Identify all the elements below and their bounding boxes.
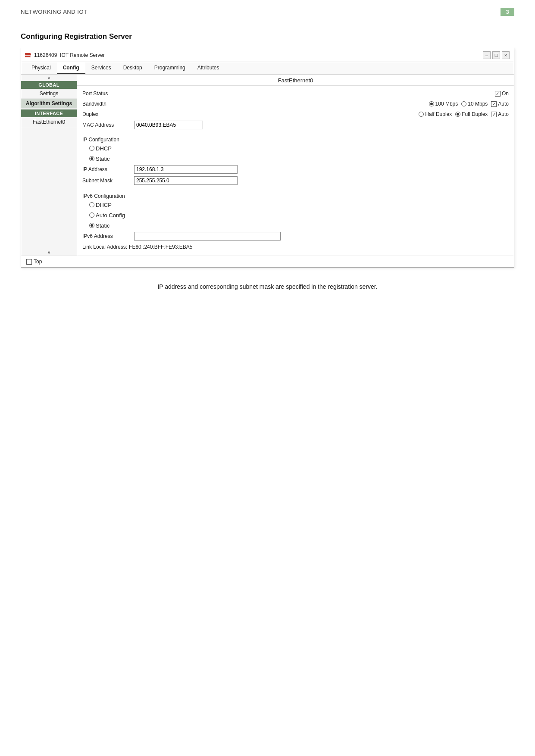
ip-address-label: IP Address	[82, 166, 134, 172]
window-body: ∧ GLOBAL Settings Algorithm Settings INT…	[21, 75, 514, 256]
ip-static-option[interactable]: Static	[89, 156, 110, 162]
port-status-check-label: On	[502, 91, 509, 97]
mac-address-label: MAC Address	[82, 122, 134, 128]
footer-top-checkbox-wrapper[interactable]: Top	[26, 259, 42, 265]
sidebar-scroll-down[interactable]: ∨	[21, 249, 77, 256]
bandwidth-auto-checkbox[interactable]: ✓	[491, 101, 497, 107]
link-local-label: Link Local Address:	[82, 244, 127, 250]
ipv6-dhcp-option[interactable]: DHCP	[89, 202, 112, 208]
ip-dhcp-radio[interactable]	[89, 146, 94, 151]
tab-physical[interactable]: Physical	[25, 62, 57, 74]
bandwidth-100-label: 100 Mbps	[435, 101, 458, 107]
tab-config[interactable]: Config	[57, 62, 85, 74]
sidebar-item-fastethernet0[interactable]: FastEthernet0	[21, 117, 77, 127]
bandwidth-auto-label: Auto	[498, 101, 509, 107]
interface-header: FastEthernet0	[77, 75, 514, 86]
duplex-right: Half Duplex Full Duplex ✓ Auto	[419, 111, 509, 117]
duplex-label: Duplex	[82, 111, 134, 117]
ip-address-input[interactable]	[134, 165, 238, 174]
duplex-half-label: Half Duplex	[425, 111, 452, 117]
svg-point-3	[30, 56, 31, 57]
bandwidth-auto-wrapper[interactable]: ✓ Auto	[491, 101, 509, 107]
ip-config-label: IP Configuration	[82, 136, 509, 143]
link-local-row: Link Local Address: FE80::240:BFF:FE93:E…	[82, 242, 509, 252]
ipv6-address-input[interactable]	[134, 232, 281, 241]
title-bar-text: 11626409_IOT Remote Server	[34, 52, 105, 58]
ipv6-dhcp-row: DHCP	[82, 200, 509, 210]
tab-bar: Physical Config Services Desktop Program…	[21, 62, 514, 75]
window-footer: Top	[21, 256, 514, 267]
ipv6-auto-row: Auto Config	[82, 210, 509, 220]
bandwidth-row: Bandwidth 100 Mbps 10 Mbps	[82, 99, 509, 109]
footer-top-label: Top	[34, 259, 42, 265]
sidebar-item-algorithm-settings[interactable]: Algorithm Settings	[21, 99, 77, 109]
duplex-full-radio[interactable]	[455, 112, 460, 117]
duplex-full-label: Full Duplex	[462, 111, 488, 117]
ip-static-label: Static	[96, 156, 110, 162]
port-status-label: Port Status	[82, 91, 134, 97]
ipv6-auto-option[interactable]: Auto Config	[89, 212, 125, 219]
tab-attributes[interactable]: Attributes	[191, 62, 225, 74]
subnet-mask-row: Subnet Mask	[82, 175, 509, 186]
port-status-checkbox-wrapper[interactable]: ✓ On	[495, 91, 509, 97]
ipv6-address-label: IPv6 Address	[82, 233, 134, 239]
bandwidth-10-label: 10 Mbps	[468, 101, 488, 107]
divider-1	[82, 131, 509, 134]
duplex-auto-wrapper[interactable]: ✓ Auto	[491, 111, 509, 117]
ip-dhcp-label: DHCP	[96, 145, 112, 152]
duplex-half-option[interactable]: Half Duplex	[419, 111, 452, 117]
ipv6-static-radio[interactable]	[89, 223, 94, 228]
page-header: NETWORKING AND IOT 3	[0, 0, 535, 20]
ipv6-auto-label: Auto Config	[96, 212, 125, 219]
minimize-button[interactable]: –	[483, 51, 491, 59]
maximize-button[interactable]: □	[492, 51, 500, 59]
ipv6-static-label: Static	[96, 222, 110, 229]
ip-dhcp-row: DHCP	[82, 143, 509, 153]
footer-top-checkbox[interactable]	[26, 259, 32, 265]
subnet-mask-input[interactable]	[134, 176, 238, 185]
tab-services[interactable]: Services	[85, 62, 117, 74]
tab-programming[interactable]: Programming	[148, 62, 191, 74]
sidebar-interface-label: INTERFACE	[21, 109, 77, 117]
ip-dhcp-option[interactable]: DHCP	[89, 145, 112, 152]
duplex-full-option[interactable]: Full Duplex	[455, 111, 488, 117]
bandwidth-label: Bandwidth	[82, 101, 134, 107]
ip-static-radio[interactable]	[89, 156, 94, 161]
close-button[interactable]: ×	[502, 51, 510, 59]
sidebar-global-label: GLOBAL	[21, 81, 77, 89]
subnet-mask-value	[134, 176, 509, 185]
ipv6-address-row: IPv6 Address	[82, 231, 509, 242]
bandwidth-100-option[interactable]: 100 Mbps	[429, 101, 458, 107]
server-icon	[25, 52, 31, 59]
page-header-title: NETWORKING AND IOT	[21, 9, 88, 15]
bandwidth-100-radio[interactable]	[429, 101, 434, 106]
port-status-checkbox[interactable]: ✓	[495, 91, 501, 97]
page-number-badge: 3	[501, 8, 514, 16]
bandwidth-10-radio[interactable]	[461, 101, 466, 106]
sidebar-scroll-up[interactable]: ∧	[21, 75, 77, 81]
bandwidth-radio-group: 100 Mbps 10 Mbps ✓ Auto	[429, 101, 509, 107]
link-local-value: FE80::240:BFF:FE93:EBA5	[129, 244, 192, 250]
ipv6-config-label: IPv6 Configuration	[82, 192, 509, 200]
sidebar-item-settings[interactable]: Settings	[21, 89, 77, 99]
window-container: 11626409_IOT Remote Server – □ × Physica…	[21, 48, 514, 268]
ip-static-row: Static	[82, 153, 509, 164]
mac-address-input[interactable]	[134, 121, 203, 129]
ipv6-dhcp-radio[interactable]	[89, 202, 94, 207]
title-bar-controls: – □ ×	[483, 51, 510, 59]
ipv6-static-option[interactable]: Static	[89, 222, 110, 229]
duplex-radio-group: Half Duplex Full Duplex ✓ Auto	[419, 111, 509, 117]
tab-desktop[interactable]: Desktop	[117, 62, 148, 74]
ip-config-section: IP Configuration DHCP Static	[82, 136, 509, 186]
right-panel: FastEthernet0 Port Status ✓ On Bandwid	[77, 75, 514, 256]
bandwidth-right: 100 Mbps 10 Mbps ✓ Auto	[429, 101, 509, 107]
duplex-row: Duplex Half Duplex Full Duplex	[82, 109, 509, 119]
ip-address-row: IP Address	[82, 164, 509, 175]
duplex-half-radio[interactable]	[419, 112, 424, 117]
bandwidth-10-option[interactable]: 10 Mbps	[461, 101, 488, 107]
ipv6-auto-radio[interactable]	[89, 212, 94, 218]
subnet-mask-label: Subnet Mask	[82, 178, 134, 184]
ipv6-config-section: IPv6 Configuration DHCP Auto Config	[82, 192, 509, 252]
ipv6-dhcp-label: DHCP	[96, 202, 112, 208]
duplex-auto-checkbox[interactable]: ✓	[491, 112, 497, 117]
